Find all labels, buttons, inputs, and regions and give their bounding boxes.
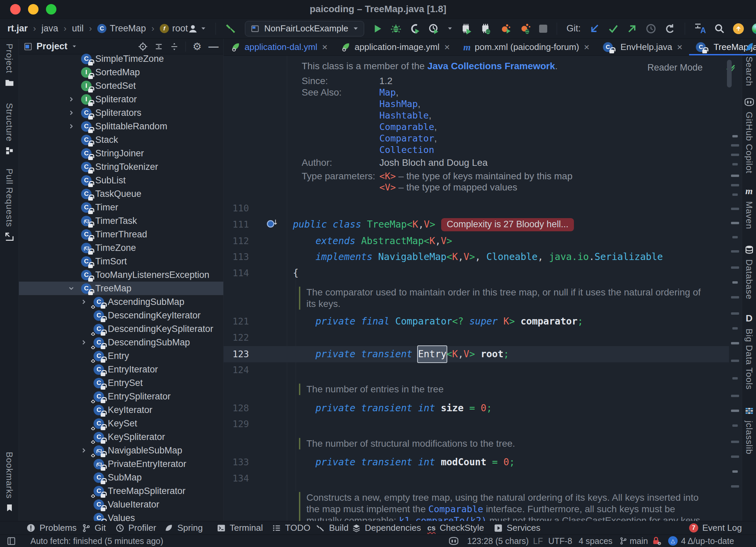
javadoc-see-also-link[interactable]: Collection: [379, 145, 434, 155]
permissions-lock-icon[interactable]: ⚙: [651, 535, 661, 547]
tab-application-dal.yml[interactable]: application-dal.yml×: [224, 39, 334, 55]
search-everywhere-icon[interactable]: [714, 23, 725, 34]
debug-with-memory-agent-icon[interactable]: [480, 23, 492, 34]
user-account-button[interactable]: [188, 24, 206, 34]
run-configuration-select[interactable]: NonFairLockExample: [245, 21, 364, 36]
code-line-124[interactable]: 124: [224, 362, 742, 378]
javadoc-link[interactable]: Java Collections Framework: [427, 61, 555, 71]
implementations-gutter-icon[interactable]: ↓: [267, 220, 276, 229]
tree-chevron-icon[interactable]: [68, 285, 81, 292]
gear-icon[interactable]: ⚙: [193, 41, 202, 52]
tree-item-TaskQueue[interactable]: CTaskQueue: [19, 187, 223, 201]
encoding-widget[interactable]: UTF-8: [548, 535, 572, 547]
tree-item-Stack[interactable]: CStack: [19, 133, 223, 147]
zoom-window-button[interactable]: [46, 4, 56, 15]
tree-item-EntrySet[interactable]: CEntrySet: [19, 376, 223, 390]
tool-button-spring[interactable]: Spring: [165, 521, 203, 535]
git-rollback-button[interactable]: [664, 23, 675, 34]
javadoc-see-also-link[interactable]: Map: [379, 87, 396, 98]
breadcrumb-rt-jar[interactable]: rt.jar: [7, 23, 28, 34]
code-line-123[interactable]: 123private transient Entry<K,V> root;: [224, 346, 742, 362]
tool-button-bookmarks[interactable]: Bookmarks: [4, 452, 15, 512]
tree-item-DescendingKeyIterator[interactable]: CDescendingKeyIterator: [19, 309, 223, 322]
locate-file-icon[interactable]: [138, 42, 148, 51]
run-with-coverage-button[interactable]: [409, 23, 420, 34]
tree-item-KeySet[interactable]: CKeySet: [19, 417, 223, 430]
javadoc-see-also-link[interactable]: Comparable: [379, 122, 434, 132]
tool-button-todo[interactable]: TODO: [272, 521, 310, 535]
breadcrumb-root[interactable]: froot: [160, 23, 188, 34]
code-line-111[interactable]: 111↓public class TreeMap<K,V>Complexity …: [224, 216, 742, 233]
doc-code-link[interactable]: Comparable: [428, 504, 483, 514]
code-line-129[interactable]: 129: [224, 416, 742, 432]
run-with-memory-agent-icon[interactable]: [461, 23, 472, 34]
tree-item-StringJoiner[interactable]: CStringJoiner: [19, 147, 223, 160]
close-icon[interactable]: ×: [584, 42, 589, 53]
tree-item-KeyIterator[interactable]: CKeyIterator: [19, 403, 223, 417]
tree-item-SubMap[interactable]: CSubMap: [19, 471, 223, 484]
hide-panel-icon[interactable]: —: [208, 41, 219, 52]
code-line-112[interactable]: 112extends AbstractMap<K,V>: [224, 233, 742, 249]
tree-item-PrivateEntryIterator[interactable]: (C)PrivateEntryIterator: [19, 457, 223, 471]
tree-item-Spliterators[interactable]: CSpliterators: [19, 106, 223, 120]
close-window-button[interactable]: [10, 4, 21, 15]
breadcrumb-util[interactable]: util: [72, 23, 84, 34]
code-line-114[interactable]: 114{: [224, 265, 742, 281]
tab-EnvHelp.java[interactable]: CEnvHelp.java×: [596, 39, 689, 55]
git-branch-widget-icon[interactable]: [619, 535, 627, 547]
breadcrumb-treemap[interactable]: CTreeMap: [97, 23, 146, 34]
translate-icon[interactable]: A: [695, 23, 706, 34]
tree-item-Spliterator[interactable]: ISpliterator: [19, 93, 223, 106]
tool-button-dependencies[interactable]: Dependencies: [352, 521, 421, 535]
git-commit-button[interactable]: [608, 23, 619, 34]
tree-item-TimerTask[interactable]: (C)TimerTask: [19, 214, 223, 228]
project-view-select[interactable]: Project: [24, 41, 77, 52]
tab-application-image.yml[interactable]: application-image.yml×: [334, 39, 457, 55]
close-icon[interactable]: ×: [677, 42, 682, 53]
tool-button-maven[interactable]: m Maven: [744, 186, 754, 229]
close-icon[interactable]: ×: [444, 42, 450, 53]
editor-body[interactable]: Reader Mode This class is a member of th…: [224, 56, 742, 521]
profile-button[interactable]: [428, 23, 439, 34]
tool-button-git[interactable]: Git: [82, 521, 106, 535]
tree-item-SortedSet[interactable]: ISortedSet: [19, 79, 223, 93]
tree-item-TimSort[interactable]: CTimSort: [19, 255, 223, 268]
tree-item-ValueIterator[interactable]: CValueIterator: [19, 498, 223, 511]
code-line-128[interactable]: 128private transient int size = 0;: [224, 400, 742, 416]
line-ending-widget[interactable]: LF: [533, 535, 543, 547]
tree-item-Entry[interactable]: CEntry: [19, 349, 223, 363]
tree-item-TimeZone[interactable]: (C)TimeZone: [19, 241, 223, 255]
tree-chevron-icon[interactable]: [68, 123, 81, 130]
tool-button-build[interactable]: Build: [316, 521, 349, 535]
tool-button-profiler[interactable]: Profiler: [116, 521, 156, 535]
minimize-window-button[interactable]: [28, 4, 39, 15]
git-history-button[interactable]: [646, 23, 656, 34]
copilot-status-icon[interactable]: [449, 535, 459, 547]
code-line-134[interactable]: 134: [224, 470, 742, 487]
git-update-button[interactable]: [589, 23, 600, 34]
close-icon[interactable]: ×: [322, 42, 327, 53]
tree-item-AscendingSubMap[interactable]: CAscendingSubMap: [19, 295, 223, 309]
tool-button-checkstyle[interactable]: cs CheckStyle: [427, 521, 484, 535]
tool-button-event-log[interactable]: 7 Event Log: [689, 521, 742, 535]
tool-button-problems[interactable]: Problems: [26, 521, 77, 535]
tool-button-project[interactable]: Project: [4, 44, 15, 87]
code-line-122[interactable]: 122: [224, 330, 742, 346]
tree-item-NavigableSubMap[interactable]: (C)NavigableSubMap: [19, 444, 223, 457]
tool-button-search[interactable]: Search: [744, 42, 754, 86]
editor-scrollbar[interactable]: [727, 60, 732, 87]
tree-item-EntryIterator[interactable]: CEntryIterator: [19, 363, 223, 376]
code-line-133[interactable]: 133private transient int modCount = 0;: [224, 454, 742, 470]
plugin-squares-icon[interactable]: [738, 537, 748, 546]
async-profiler-debug-icon[interactable]: [520, 23, 531, 34]
tool-button-services[interactable]: Services: [494, 521, 540, 535]
expand-all-icon[interactable]: [154, 42, 163, 51]
tool-button-structure[interactable]: Structure: [4, 103, 15, 155]
code-line-121[interactable]: 121private final Comparator<? super K> c…: [224, 313, 742, 330]
stop-button[interactable]: [539, 25, 547, 33]
tree-chevron-icon[interactable]: [80, 447, 94, 454]
tree-item-KeySpliterator[interactable]: CKeySpliterator: [19, 430, 223, 444]
code-line-110[interactable]: 110: [224, 200, 742, 216]
git-branch-widget[interactable]: main: [630, 535, 648, 547]
tree-item-EntrySpliterator[interactable]: CEntrySpliterator: [19, 390, 223, 403]
